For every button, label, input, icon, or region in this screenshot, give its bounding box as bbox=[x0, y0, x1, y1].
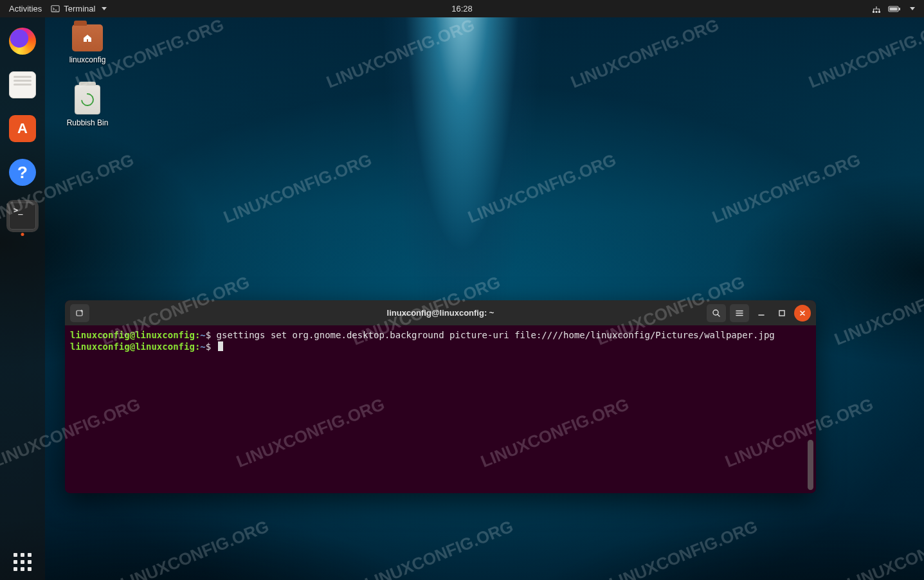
terminal-body[interactable]: linuxconfig@linuxconfig:~$ gsettings set… bbox=[65, 325, 816, 493]
svg-rect-9 bbox=[779, 311, 784, 316]
trash-icon bbox=[75, 85, 100, 114]
svg-rect-1 bbox=[873, 11, 874, 13]
terminal-line: linuxconfig@linuxconfig:~$ bbox=[70, 341, 811, 352]
chevron-down-icon bbox=[910, 7, 915, 10]
scrollbar-thumb[interactable] bbox=[808, 440, 813, 490]
dock-item-software[interactable] bbox=[6, 113, 39, 145]
new-tab-icon bbox=[75, 309, 84, 318]
trash-label: Rubbish Bin bbox=[67, 118, 109, 127]
search-button[interactable] bbox=[707, 304, 726, 322]
maximize-icon bbox=[778, 309, 786, 317]
prompt-path: ~ bbox=[200, 330, 205, 340]
recycle-icon bbox=[78, 91, 96, 109]
running-indicator-icon bbox=[21, 233, 24, 236]
svg-rect-2 bbox=[876, 11, 878, 13]
terminal-icon bbox=[9, 203, 36, 230]
svg-rect-5 bbox=[890, 7, 898, 10]
home-folder[interactable]: linuxconfig bbox=[59, 24, 116, 64]
appmenu-button[interactable]: Terminal bbox=[51, 4, 107, 14]
command-text: gsettings set org.gnome.desktop.backgrou… bbox=[217, 330, 775, 340]
help-icon: ? bbox=[9, 159, 36, 186]
prompt-user: linuxconfig@linuxconfig bbox=[70, 341, 195, 352]
hamburger-menu-button[interactable] bbox=[730, 304, 749, 322]
close-button[interactable] bbox=[794, 305, 811, 322]
prompt-path: ~ bbox=[200, 341, 205, 352]
home-icon bbox=[82, 33, 93, 43]
appmenu-label: Terminal bbox=[64, 4, 95, 14]
desktop-icons: linuxconfig Rubbish Bin bbox=[59, 24, 116, 127]
prompt-symbol: $ bbox=[206, 330, 217, 340]
show-applications-button[interactable] bbox=[0, 553, 45, 571]
home-folder-label: linuxconfig bbox=[69, 55, 106, 64]
new-tab-button[interactable] bbox=[70, 304, 89, 322]
terminal-line: linuxconfig@linuxconfig:~$ gsettings set… bbox=[70, 329, 811, 341]
apps-grid-icon bbox=[14, 553, 32, 571]
activities-button[interactable]: Activities bbox=[9, 4, 42, 14]
terminal-window: linuxconfig@linuxconfig: ~ linuxconfig@l… bbox=[65, 300, 816, 493]
folder-icon bbox=[72, 24, 103, 51]
firefox-icon bbox=[9, 28, 36, 55]
svg-rect-6 bbox=[899, 8, 900, 10]
battery-icon bbox=[888, 5, 901, 13]
window-title: linuxconfig@linuxconfig: ~ bbox=[387, 308, 494, 318]
maximize-button[interactable] bbox=[774, 305, 790, 322]
close-icon bbox=[799, 309, 806, 317]
prompt-symbol: $ bbox=[206, 341, 217, 352]
svg-rect-0 bbox=[51, 5, 59, 12]
network-icon bbox=[871, 5, 882, 14]
desktop-wallpaper bbox=[0, 17, 924, 580]
dock-item-files[interactable] bbox=[6, 69, 39, 101]
chevron-down-icon bbox=[102, 7, 107, 10]
gnome-topbar: Activities Terminal 16:28 bbox=[0, 0, 924, 17]
titlebar[interactable]: linuxconfig@linuxconfig: ~ bbox=[65, 300, 816, 325]
ubuntu-software-icon bbox=[9, 115, 36, 142]
files-icon bbox=[9, 71, 36, 98]
hamburger-icon bbox=[735, 309, 744, 318]
dock-item-firefox[interactable] bbox=[6, 25, 39, 57]
dock: ? bbox=[0, 17, 45, 580]
cursor bbox=[218, 341, 223, 351]
system-status-area[interactable] bbox=[871, 5, 924, 14]
dock-item-help[interactable]: ? bbox=[6, 156, 39, 188]
dock-item-terminal[interactable] bbox=[6, 200, 39, 232]
search-icon bbox=[712, 309, 721, 318]
svg-rect-3 bbox=[878, 11, 880, 13]
terminal-icon bbox=[51, 5, 60, 14]
trash[interactable]: Rubbish Bin bbox=[59, 85, 116, 127]
clock[interactable]: 16:28 bbox=[451, 4, 473, 14]
minimize-icon bbox=[757, 309, 765, 317]
minimize-button[interactable] bbox=[753, 305, 770, 322]
prompt-user: linuxconfig@linuxconfig bbox=[70, 330, 195, 340]
